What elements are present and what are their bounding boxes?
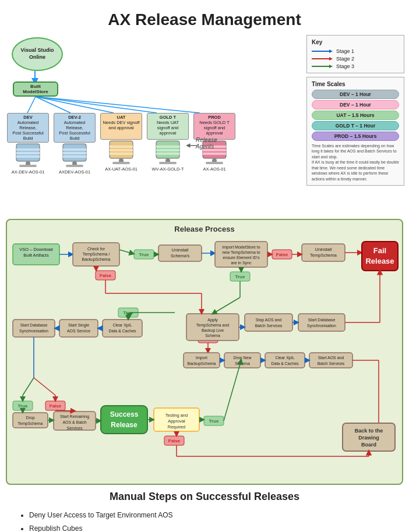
server-prod-id: AX-AOS-01 bbox=[203, 166, 225, 172]
svg-rect-19 bbox=[110, 146, 133, 148]
svg-text:Drop New: Drop New bbox=[233, 356, 252, 360]
svg-line-57 bbox=[119, 250, 133, 254]
svg-text:TempSchema: TempSchema bbox=[310, 253, 337, 258]
svg-text:Data & Caches: Data & Caches bbox=[108, 329, 136, 333]
svg-rect-85 bbox=[13, 320, 55, 337]
timescales-note: Time Scales are estimates depending on h… bbox=[312, 143, 399, 182]
svg-text:True: True bbox=[235, 274, 245, 279]
release-process-title: Release Process bbox=[12, 225, 397, 233]
svg-rect-114 bbox=[298, 314, 345, 331]
svg-rect-132 bbox=[309, 353, 352, 368]
svg-text:VSO – Download: VSO – Download bbox=[19, 247, 53, 252]
flowchart-svg: VSO – Download Built Artifacts Check for… bbox=[12, 238, 399, 477]
server-gold-id: WV-AX-GOLD-T bbox=[151, 166, 184, 172]
server-dev2-label: DEV-2Automated Release,Post SuccessfulBu… bbox=[54, 113, 96, 143]
server-dev-icon bbox=[13, 143, 43, 169]
left-diagram: Visual Studio Online Built ModelStore bbox=[6, 35, 251, 198]
svg-line-146 bbox=[34, 378, 55, 395]
svg-rect-21 bbox=[110, 152, 133, 155]
svg-rect-20 bbox=[110, 149, 133, 151]
stage1-label: Stage 1 bbox=[336, 48, 354, 54]
ts-badge-prod: PROD – 1.5 Hours bbox=[312, 132, 399, 141]
svg-text:Synchronisation: Synchronisation bbox=[307, 324, 336, 328]
svg-rect-121 bbox=[184, 353, 220, 368]
svg-text:Approval: Approval bbox=[168, 418, 185, 424]
stage3-line-icon bbox=[312, 63, 333, 69]
svg-text:Import ModelStore to: Import ModelStore to bbox=[222, 245, 260, 250]
svg-text:Back to the: Back to the bbox=[355, 428, 383, 434]
svg-rect-128 bbox=[265, 353, 305, 368]
server-gold-icon bbox=[153, 140, 182, 166]
manual-steps-list: Deny User Access to Target Environment A… bbox=[12, 509, 397, 532]
server-dev2: DEV-2Automated Release,Post SuccessfulBu… bbox=[52, 113, 97, 175]
svg-text:TempSchema /: TempSchema / bbox=[83, 252, 110, 257]
svg-marker-38 bbox=[329, 49, 333, 53]
server-dev-label: DEVAutomated Release,Post SuccessfulBuil… bbox=[7, 113, 49, 143]
ts-badge-uat: UAT – 1.5 Hours bbox=[312, 111, 399, 120]
svg-text:Drawing: Drawing bbox=[358, 435, 379, 441]
server-dev-id: AX-DEV-AOS-01 bbox=[12, 169, 45, 175]
release-agents-label: ReleaseAgents bbox=[196, 137, 217, 150]
svg-rect-25 bbox=[156, 146, 179, 148]
svg-text:Backup Live: Backup Live bbox=[202, 328, 224, 333]
server-gold: GOLD TNeeds UATsignoff andapproval WV-AX… bbox=[146, 113, 190, 175]
svg-line-5 bbox=[36, 97, 200, 113]
svg-text:AOS & Batch: AOS & Batch bbox=[62, 420, 86, 424]
svg-text:Start Database: Start Database bbox=[20, 323, 48, 327]
server-uat-id: AX-UAT-AOS-01 bbox=[105, 166, 137, 172]
svg-text:Start Single: Start Single bbox=[68, 323, 89, 328]
svg-text:Start Remaining: Start Remaining bbox=[60, 414, 89, 419]
right-panel: Key Stage 1 Stage 2 S bbox=[306, 35, 404, 186]
timescales-title: Time Scales bbox=[312, 81, 399, 87]
server-dev2-icon bbox=[60, 143, 89, 169]
svg-rect-92 bbox=[103, 320, 142, 337]
server-uat-label: UATNeeds DEV signoffand approval bbox=[100, 113, 142, 140]
stage2-line-icon bbox=[312, 56, 333, 62]
svg-text:True: True bbox=[18, 403, 28, 409]
svg-text:are in Sync: are in Sync bbox=[231, 261, 252, 265]
svg-text:Schema: Schema bbox=[205, 334, 220, 338]
svg-line-1 bbox=[27, 97, 36, 113]
svg-text:Fail: Fail bbox=[373, 246, 386, 255]
server-dev2-id: AXDEV-AOS-01 bbox=[59, 169, 90, 175]
ts-badge-gold: GOLD T – 1 Hour bbox=[312, 121, 399, 130]
svg-line-3 bbox=[36, 97, 114, 113]
key-item-stage2: Stage 2 bbox=[312, 56, 399, 62]
svg-marker-40 bbox=[329, 57, 333, 61]
key-item-stage1: Stage 1 bbox=[312, 48, 399, 54]
svg-text:Clear XpIL: Clear XpIL bbox=[275, 356, 294, 360]
svg-rect-124 bbox=[224, 353, 260, 368]
manual-steps-section: Manual Steps on Successful Releases Deny… bbox=[0, 485, 409, 532]
page-title: AX Release Management bbox=[0, 0, 409, 35]
svg-text:BackupSchema: BackupSchema bbox=[187, 361, 216, 366]
svg-text:Import: Import bbox=[196, 356, 207, 360]
svg-rect-29 bbox=[159, 162, 177, 164]
manual-step-1: Deny User Access to Target Environment A… bbox=[29, 509, 397, 522]
svg-text:new TempSchema to: new TempSchema to bbox=[222, 250, 260, 255]
server-uat: UATNeeds DEV signoffand approval AX-UAT-… bbox=[99, 113, 143, 175]
svg-text:Apply: Apply bbox=[207, 318, 218, 322]
svg-text:Required: Required bbox=[168, 424, 185, 430]
svg-text:Data & Caches: Data & Caches bbox=[271, 361, 299, 366]
svg-marker-42 bbox=[329, 65, 333, 68]
svg-text:Testing and: Testing and bbox=[165, 413, 188, 418]
svg-rect-15 bbox=[63, 155, 86, 158]
svg-rect-23 bbox=[112, 162, 130, 164]
server-uat-icon bbox=[107, 140, 136, 166]
built-model-store: Built ModelStore bbox=[13, 81, 58, 97]
svg-text:True: True bbox=[209, 418, 219, 424]
svg-text:Start Database: Start Database bbox=[308, 318, 336, 322]
svg-rect-13 bbox=[63, 148, 86, 151]
server-prod-label: PRODNeeds GOLD Tsignoff andapproval bbox=[193, 113, 235, 140]
svg-text:ensure Element ID's: ensure Element ID's bbox=[223, 256, 260, 260]
svg-text:Stop AOS and: Stop AOS and bbox=[256, 318, 281, 322]
ts-badge-dev2: DEV – 1 Hour bbox=[312, 100, 399, 109]
key-title: Key bbox=[312, 39, 399, 45]
svg-text:Start AOS and: Start AOS and bbox=[318, 356, 344, 360]
svg-text:AOS Service: AOS Service bbox=[67, 329, 90, 333]
svg-text:Success: Success bbox=[110, 410, 139, 418]
svg-text:Drop: Drop bbox=[26, 416, 34, 420]
svg-rect-14 bbox=[63, 152, 86, 154]
timescales-box: Time Scales DEV – 1 Hour DEV – 1 Hour UA… bbox=[306, 77, 404, 186]
svg-rect-9 bbox=[16, 155, 40, 158]
